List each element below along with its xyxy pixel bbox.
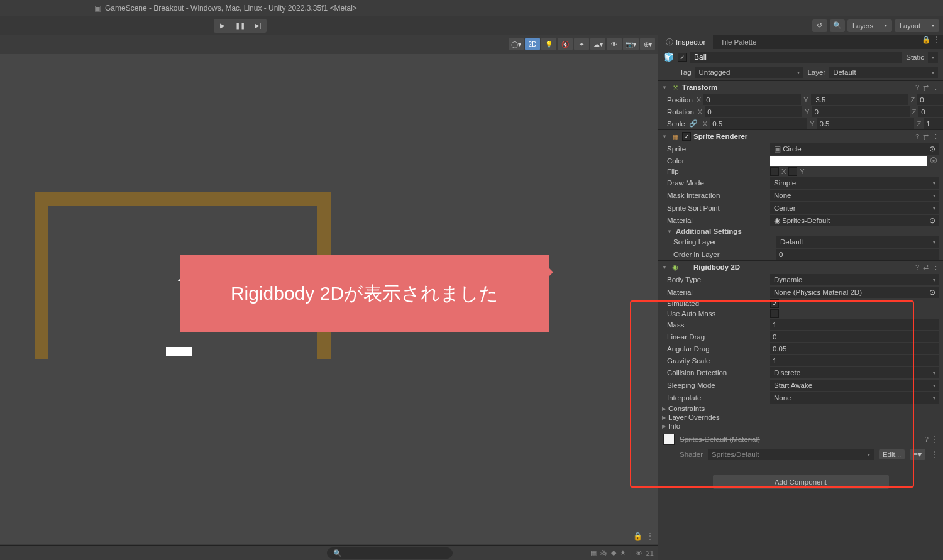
object-picker-icon[interactable]: ⊙ (929, 145, 935, 153)
search-icon[interactable]: 🔍 (830, 19, 845, 32)
context-menu-icon[interactable]: ⋮ (646, 532, 654, 541)
help-icon[interactable]: ? (915, 133, 919, 141)
tag-dropdown[interactable]: Untagged▾ (695, 67, 804, 78)
sorting-layer-dropdown[interactable]: Default▾ (776, 236, 939, 248)
fx-toggle-icon[interactable]: ✦ (574, 38, 589, 50)
sort-point-dropdown[interactable]: Center▾ (770, 202, 939, 214)
linear-drag-field[interactable] (770, 331, 939, 342)
layer-overrides-foldout[interactable]: ▶Layer Overrides (658, 413, 943, 422)
constraints-foldout[interactable]: ▶Constraints (658, 404, 943, 413)
layout-dropdown[interactable]: Layout▾ (895, 19, 939, 32)
color-field[interactable] (770, 156, 927, 166)
angular-drag-field[interactable] (770, 343, 939, 354)
layer-label: Layer (807, 69, 825, 76)
edit-button[interactable]: Edit... (879, 449, 905, 459)
shader-menu-icon[interactable]: ≡▾ (910, 449, 925, 460)
preset-icon[interactable]: ⇄ (923, 133, 929, 141)
lock-icon[interactable]: 🔒 (633, 532, 642, 541)
grid-snap-icon[interactable]: ▦ (590, 549, 597, 557)
physics-material-picker[interactable]: None (Physics Material 2D)⊙ (770, 287, 939, 298)
context-menu-icon[interactable]: ⋮ (932, 263, 939, 272)
shader-dropdown[interactable]: Sprites/Default▾ (708, 449, 874, 460)
help-icon[interactable]: ? (915, 263, 919, 272)
search-input[interactable] (327, 547, 453, 559)
position-y-field[interactable] (811, 94, 908, 105)
help-icon[interactable]: ? (924, 436, 928, 443)
layers-dropdown[interactable]: Layers▾ (847, 19, 892, 32)
transform-icon: ⤧ (671, 83, 680, 92)
object-picker-icon[interactable]: ⊙ (929, 216, 935, 225)
collision-detection-dropdown[interactable]: Discrete▾ (770, 367, 939, 378)
tab-tile-palette[interactable]: Tile Palette (713, 35, 764, 49)
simulated-toggle[interactable]: ✓ (770, 299, 779, 308)
context-menu-icon[interactable]: ⋮ (930, 450, 938, 459)
fold-icon[interactable]: ▼ (667, 229, 673, 234)
scale-x-field[interactable] (710, 118, 807, 129)
inspector-tabs: ⓘInspector Tile Palette 🔒⋮ (658, 35, 943, 49)
undo-history-icon[interactable]: ↺ (812, 19, 827, 32)
step-button[interactable]: ▶| (249, 19, 267, 33)
mask-dropdown[interactable]: None▾ (770, 190, 939, 201)
favorite-icon[interactable]: ★ (620, 549, 626, 557)
eyedropper-icon[interactable]: ⦿ (928, 157, 939, 165)
object-name-field[interactable] (690, 52, 902, 63)
interpolate-dropdown[interactable]: None▾ (770, 392, 939, 404)
pause-button[interactable]: ❚❚ (231, 19, 249, 33)
order-in-layer-field[interactable] (776, 249, 939, 260)
rotation-y-field[interactable] (812, 106, 910, 117)
hidden-toggle-icon[interactable]: 👁 (607, 38, 622, 50)
scene-vis-icon[interactable]: ☁▾ (590, 38, 605, 50)
camera-icon[interactable]: 📷▾ (623, 38, 639, 50)
context-menu-icon[interactable]: ⋮ (933, 35, 940, 44)
shader-label: Shader (680, 451, 703, 458)
material-header[interactable]: Sprites-Default (Material) ? ⋮ (658, 431, 943, 447)
play-button[interactable]: ▶ (214, 19, 231, 33)
add-component-button[interactable]: Add Component (713, 475, 889, 489)
auto-mass-toggle[interactable] (770, 309, 779, 318)
flip-y-toggle[interactable] (788, 167, 797, 176)
rotation-x-field[interactable] (705, 106, 802, 117)
material-picker[interactable]: ◉ Sprites-Default⊙ (770, 215, 939, 226)
gravity-scale-field[interactable] (770, 355, 939, 366)
fold-icon: ▼ (662, 134, 668, 140)
eye-icon[interactable]: 👁 (636, 549, 642, 557)
context-menu-icon[interactable]: ⋮ (932, 84, 939, 92)
rigidbody-header[interactable]: ▼ ◉ Rigidbody 2D ?⇄⋮ (658, 261, 943, 273)
increment-snap-icon[interactable]: ⁂ (600, 549, 607, 557)
sleeping-mode-dropdown[interactable]: Start Awake▾ (770, 380, 939, 391)
static-dropdown[interactable]: ▾ (928, 52, 938, 63)
enable-toggle[interactable]: ✓ (682, 132, 691, 141)
bar-icon[interactable]: | (630, 549, 632, 557)
rotation-z-field[interactable] (918, 106, 943, 117)
draw-mode-dropdown[interactable]: ◯▾ (509, 38, 524, 50)
2d-toggle[interactable]: 2D (525, 38, 540, 50)
mass-field[interactable] (770, 319, 939, 330)
tab-inspector[interactable]: ⓘInspector (658, 35, 713, 49)
audio-toggle-icon[interactable]: 🔇 (558, 38, 573, 50)
lighting-toggle-icon[interactable]: 💡 (541, 38, 556, 50)
layer-dropdown[interactable]: Default▾ (829, 67, 938, 78)
lock-icon[interactable]: 🔒 (922, 35, 930, 44)
info-foldout[interactable]: ▶Info (658, 422, 943, 431)
context-menu-icon[interactable]: ⋮ (932, 133, 939, 141)
position-x-field[interactable] (703, 94, 801, 105)
gizmo-toggle-icon[interactable]: ⊕▾ (640, 38, 655, 50)
help-icon[interactable]: ? (915, 84, 919, 92)
active-toggle[interactable]: ✓ (678, 53, 687, 62)
position-z-field[interactable] (917, 94, 943, 105)
sprite-header[interactable]: ▼ ▦ ✓ Sprite Renderer ?⇄⋮ (658, 130, 943, 143)
body-type-dropdown[interactable]: Dynamic▾ (770, 274, 939, 285)
preset-icon[interactable]: ⇄ (923, 84, 929, 92)
tag-icon[interactable]: ◆ (611, 549, 616, 557)
scale-z-field[interactable] (924, 118, 943, 129)
context-menu-icon[interactable]: ⋮ (930, 436, 938, 443)
draw-mode-dropdown[interactable]: Simple▾ (770, 177, 939, 189)
object-picker-icon[interactable]: ⊙ (929, 288, 935, 297)
transform-header[interactable]: ▼ ⤧ Transform ?⇄⋮ (658, 81, 943, 94)
shader-row: Shader Sprites/Default▾ Edit... ≡▾ ⋮ (658, 447, 943, 464)
preset-icon[interactable]: ⇄ (923, 263, 929, 272)
sprite-picker[interactable]: ▣ Circle⊙ (770, 143, 939, 155)
link-icon[interactable]: 🔗 (688, 119, 699, 128)
scale-y-field[interactable] (817, 118, 914, 129)
flip-x-toggle[interactable] (770, 167, 779, 176)
